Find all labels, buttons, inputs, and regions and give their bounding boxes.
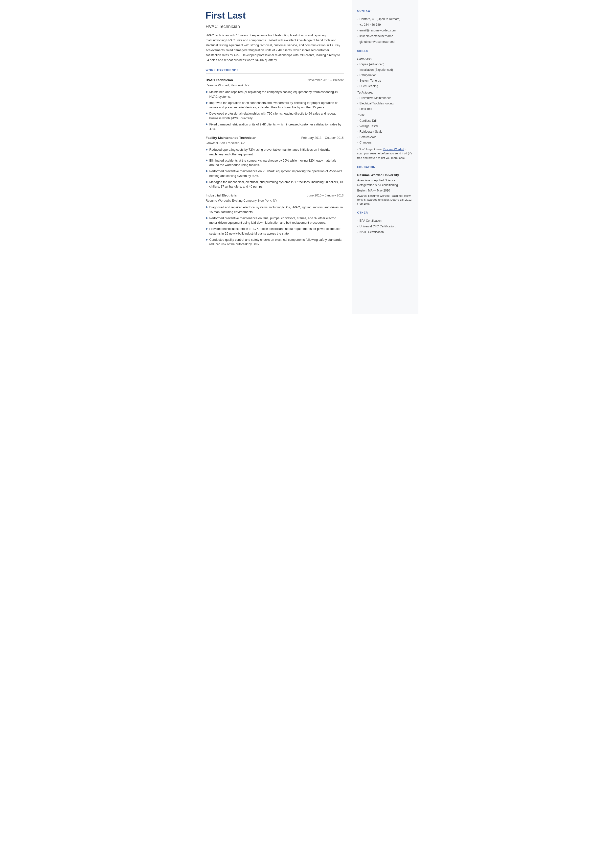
list-item: ·Scratch Awls — [357, 135, 413, 139]
summary-text: HVAC technician with 10 years of experie… — [206, 33, 344, 63]
job-1-bullets: Maintained and repaired (or replaced) th… — [206, 90, 344, 131]
job-1-title: HVAC Technician — [206, 78, 233, 83]
bullet-icon — [206, 239, 208, 241]
list-item: ·email@resumeworded.com — [357, 28, 413, 33]
contact-header: CONTACT — [357, 9, 413, 14]
job-1-company: Resume Worded, New York, NY — [206, 83, 344, 88]
list-item: ·Refrigeration — [357, 73, 413, 78]
list-item: Diagnosed and repaired electrical system… — [206, 205, 344, 214]
list-item: ·Repair (Advanced) — [357, 62, 413, 67]
list-item: ·NATE Certification. — [357, 230, 413, 234]
list-item: Conducted quality control and safety che… — [206, 238, 344, 247]
list-item: ·Duct Cleaning — [357, 84, 413, 89]
education-header: EDUCATION — [357, 165, 413, 171]
list-item: Provided technical expertise to 1.7K roo… — [206, 227, 344, 236]
bullet-icon — [206, 149, 208, 151]
bullet-icon: · — [357, 107, 358, 111]
job-3-header-row: Industrial Electrician June 2010 – Janua… — [206, 193, 344, 198]
job-3-bullets: Diagnosed and repaired electrical system… — [206, 205, 344, 247]
hard-skills-list: ·Repair (Advanced) ·Installation (Experi… — [357, 62, 413, 89]
list-item: Developed professional relationships wit… — [206, 111, 344, 121]
edu-degree: Associate of Applied Science — [357, 178, 413, 183]
bullet-icon: · — [357, 84, 358, 89]
bullet-icon: · — [357, 230, 358, 234]
job-2-title: Facility Maintenance Technician — [206, 135, 256, 140]
list-item: ·+1-234-456-789 — [357, 23, 413, 27]
resume-worded-link[interactable]: Resume Worded — [383, 148, 404, 151]
bullet-icon — [206, 123, 208, 125]
list-item: ·System Tune-up — [357, 78, 413, 83]
techniques-list: ·Preventive Maintenance ·Electrical Trou… — [357, 96, 413, 111]
list-item: ·Universal CFC Certification. — [357, 224, 413, 228]
contact-list: ·Hartford, CT (Open to Remote) ·+1-234-4… — [357, 17, 413, 44]
bullet-icon: · — [357, 135, 358, 139]
edu-school: Resume Worded University — [357, 173, 413, 178]
list-item: Reduced operating costs by 72% using pre… — [206, 148, 344, 157]
tools-list: ·Cordless Drill ·Voltage Tester ·Refrige… — [357, 118, 413, 145]
bullet-icon: · — [357, 78, 358, 83]
bullet-icon — [206, 228, 208, 230]
work-experience-header: WORK EXPERIENCE — [206, 68, 344, 74]
right-column: CONTACT ·Hartford, CT (Open to Remote) ·… — [352, 0, 419, 314]
skills-note: · Don't forget to use Resume Worded to s… — [357, 147, 413, 160]
edu-field: Refrigeration & Air conditioning — [357, 183, 413, 187]
bullet-icon: · — [357, 118, 358, 123]
bullet-icon: · — [357, 140, 358, 145]
list-item: Performed preventive maintenance on fans… — [206, 216, 344, 225]
bullet-icon: · — [357, 28, 358, 33]
list-item: Fixed damaged refrigeration units of 2.4… — [206, 122, 344, 132]
bullet-icon — [206, 160, 208, 161]
bullet-icon — [206, 207, 208, 208]
job-2-dates: February 2013 – October 2015 — [301, 136, 344, 140]
list-item: ·linkedin.com/in/username — [357, 34, 413, 38]
skills-header: SKILLS — [357, 49, 413, 54]
job-2-bullets: Reduced operating costs by 72% using pre… — [206, 148, 344, 189]
other-section: OTHER ·EPA Certification. ·Universal CFC… — [357, 211, 413, 234]
candidate-name: First Last — [206, 9, 344, 22]
bullet-icon — [206, 170, 208, 172]
list-item: ·EPA Certification. — [357, 219, 413, 223]
list-item: ·Installation (Experienced) — [357, 68, 413, 72]
education-section: EDUCATION Resume Worded University Assoc… — [357, 165, 413, 206]
bullet-icon — [206, 181, 208, 183]
bullet-icon: · — [357, 17, 358, 21]
list-item: ·Refrigerant Scale — [357, 129, 413, 134]
bullet-icon: · — [357, 34, 358, 38]
skills-section: SKILLS Hard Skills: ·Repair (Advanced) ·… — [357, 49, 413, 160]
bullet-icon: · — [357, 96, 358, 100]
contact-section: CONTACT ·Hartford, CT (Open to Remote) ·… — [357, 9, 413, 44]
bullet-icon: · — [357, 73, 358, 78]
bullet-icon: · — [357, 219, 358, 223]
list-item: Improved the operation of 29 condensers … — [206, 101, 344, 110]
list-item: ·github.com/resumeworded — [357, 40, 413, 44]
list-item: Performed preventive maintenance on 21 H… — [206, 169, 344, 179]
job-3-dates: June 2010 – January 2013 — [307, 193, 343, 198]
bullet-icon: · — [357, 101, 358, 106]
resume-page: First Last HVAC Technician HVAC technici… — [196, 0, 419, 314]
bullet-icon — [206, 113, 208, 114]
other-list: ·EPA Certification. ·Universal CFC Certi… — [357, 219, 413, 234]
list-item: ·Hartford, CT (Open to Remote) — [357, 17, 413, 21]
list-item: ·Leak Test — [357, 107, 413, 111]
bullet-icon: · — [357, 129, 358, 134]
other-header: OTHER — [357, 211, 413, 216]
candidate-title: HVAC Technician — [206, 23, 344, 30]
list-item: Managed the mechanical, electrical, and … — [206, 180, 344, 189]
list-item: ·Voltage Tester — [357, 124, 413, 129]
bullet-icon: · — [357, 62, 358, 67]
bullet-icon: · — [357, 224, 358, 228]
bullet-icon — [206, 102, 208, 104]
edu-awards: Awards: Resume Worded Teaching Fellow (o… — [357, 194, 413, 206]
job-1-header-row: HVAC Technician November 2015 – Present — [206, 78, 344, 83]
bullet-icon — [206, 91, 208, 93]
bullet-icon: · — [357, 68, 358, 72]
job-2-header-row: Facility Maintenance Technician February… — [206, 135, 344, 140]
job-2-company: Growthsi, San Francisco, CA — [206, 141, 344, 146]
list-item: ·Electrical Troubleshooting — [357, 101, 413, 106]
list-item: Maintained and repaired (or replaced) th… — [206, 90, 344, 99]
list-item: ·Cordless Drill — [357, 118, 413, 123]
edu-location-dates: Boston, MA — May 2010 — [357, 188, 413, 193]
bullet-icon — [206, 217, 208, 219]
bullet-icon: · — [357, 40, 358, 44]
job-3-title: Industrial Electrician — [206, 193, 239, 198]
